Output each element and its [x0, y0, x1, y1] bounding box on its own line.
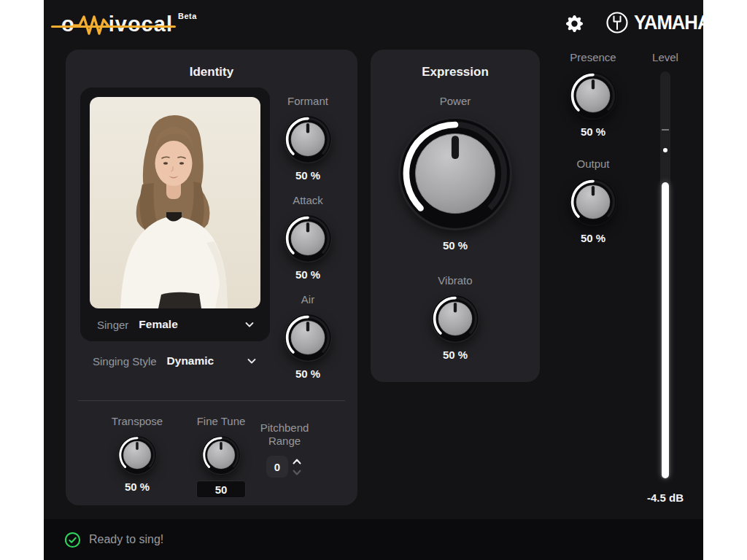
presence-value: 50 % — [553, 125, 633, 138]
status-message: Ready to sing! — [89, 533, 163, 546]
attack-knob[interactable] — [284, 214, 332, 262]
singing-style-select[interactable]: Singing Style Dynamic — [93, 350, 258, 372]
power-value: 50 % — [371, 239, 540, 252]
power-control: Power 50 % — [371, 95, 540, 252]
app-logo-wordmark: o ivocal — [61, 12, 173, 36]
output-control: Output 50 % — [553, 158, 633, 244]
output-knob[interactable] — [569, 178, 617, 226]
formant-knob[interactable] — [284, 115, 332, 163]
singer-select-value: Female — [139, 318, 177, 331]
level-meter — [660, 71, 670, 480]
expression-panel-title: Expression — [371, 65, 540, 79]
logo-strikethrough-line — [51, 26, 176, 28]
vibrato-knob[interactable] — [431, 295, 479, 343]
level-meter-peak-dot — [663, 148, 667, 152]
settings-button[interactable] — [563, 12, 585, 34]
chevron-down-icon — [291, 467, 303, 478]
attack-value: 50 % — [268, 268, 348, 281]
presence-knob[interactable] — [569, 71, 617, 120]
presence-control: Presence 50 % — [553, 51, 633, 138]
transpose-value: 50 % — [97, 481, 177, 493]
attack-control: Attack 50 % — [268, 194, 348, 281]
transpose-control: Transpose 50 % — [97, 415, 177, 493]
app-logo: o ivocal Beta — [61, 10, 197, 38]
identity-panel: Identity — [66, 50, 357, 505]
gear-icon — [566, 15, 583, 32]
identity-divider — [78, 400, 345, 401]
output-label: Output — [553, 158, 633, 171]
yamaha-logo: YAMAHA — [605, 9, 714, 36]
chevron-down-icon — [244, 319, 255, 330]
vibrato-control: Vibrato 50 % — [371, 274, 540, 361]
pitchbend-range-control: Pitchbend Range 0 — [249, 421, 320, 478]
singing-style-label: Singing Style — [93, 355, 157, 368]
logo-text: ivocal — [109, 12, 173, 36]
level-meter-fill — [662, 182, 669, 478]
pitchbend-decrement-button[interactable] — [291, 467, 303, 478]
air-knob[interactable] — [284, 314, 332, 362]
beta-badge: Beta — [178, 12, 197, 20]
chevron-up-icon — [291, 456, 303, 467]
pitchbend-increment-button[interactable] — [291, 456, 303, 467]
pitchbend-label-line2: Range — [249, 435, 320, 448]
presence-label: Presence — [553, 51, 633, 64]
identity-panel-title: Identity — [66, 65, 357, 79]
screen: o ivocal Beta — [0, 0, 747, 560]
fine-tune-input[interactable] — [196, 481, 246, 498]
level-meter-label: Level — [629, 51, 702, 63]
chevron-down-icon — [246, 355, 258, 367]
pitchbend-value-box[interactable]: 0 — [266, 456, 288, 478]
vibrato-value: 50 % — [371, 349, 540, 361]
transpose-label: Transpose — [97, 415, 177, 428]
plugin-window: o ivocal Beta — [44, 0, 703, 560]
singing-style-value: Dynamic — [167, 354, 214, 368]
formant-control: Formant 50 % — [268, 95, 348, 182]
yamaha-wordmark: YAMAHA — [634, 12, 711, 34]
singer-photo — [90, 97, 260, 308]
output-value: 50 % — [553, 232, 633, 244]
attack-label: Attack — [268, 194, 348, 207]
vibrato-label: Vibrato — [371, 274, 540, 287]
status-bar: Ready to sing! — [44, 519, 703, 560]
singer-select-label: Singer — [97, 319, 128, 331]
formant-value: 50 % — [268, 169, 348, 182]
pitchbend-label-line1: Pitchbend — [249, 421, 320, 435]
yamaha-tuning-fork-icon — [605, 11, 629, 34]
air-value: 50 % — [268, 368, 348, 380]
air-label: Air — [268, 293, 348, 306]
power-label: Power — [371, 95, 540, 108]
check-circle-icon — [64, 532, 81, 548]
singer-photo-card: Singer Female — [80, 88, 270, 341]
expression-panel: Expression Power 50 % Vibrato 50 % — [371, 50, 540, 382]
transpose-knob[interactable] — [117, 435, 157, 475]
level-meter-tick — [662, 129, 669, 131]
air-control: Air 50 % — [268, 293, 348, 380]
singer-select[interactable]: Singer Female — [97, 314, 255, 335]
singer-portrait-image — [90, 97, 260, 308]
level-meter-reading: -4.5 dB — [629, 491, 702, 504]
power-knob[interactable] — [398, 117, 512, 230]
fine-tune-knob[interactable] — [201, 435, 241, 475]
formant-label: Formant — [268, 95, 348, 108]
